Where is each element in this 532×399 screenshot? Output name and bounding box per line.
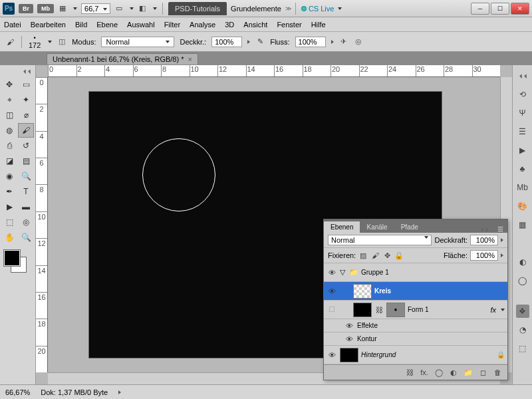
brush-tool-icon[interactable]: 🖌: [5, 37, 15, 47]
tab-kanaele[interactable]: Kanäle: [360, 221, 394, 233]
pen-tool[interactable]: ✒: [1, 184, 17, 199]
fill-field[interactable]: 100%: [470, 250, 498, 261]
layers-icon[interactable]: ❖: [516, 305, 529, 318]
masks-icon[interactable]: ◯: [516, 274, 529, 287]
more-workspaces-icon[interactable]: ≫: [285, 5, 290, 12]
swatches-icon[interactable]: ▦: [516, 218, 529, 231]
document-tab[interactable]: Unbenannt-1 bei 66,7% (Kreis, RGB/8) * ×: [47, 53, 198, 65]
menu-filter[interactable]: Filter: [164, 21, 180, 29]
3d-tool[interactable]: ⬚: [1, 215, 17, 229]
brush-preview[interactable]: •172: [29, 35, 41, 49]
lock-transparency-icon[interactable]: ▨: [358, 251, 368, 260]
tablet-size-icon[interactable]: ◎: [354, 37, 363, 47]
airbrush-icon[interactable]: ✈: [339, 37, 348, 47]
paths-icon[interactable]: ⬚: [516, 342, 529, 355]
doc-size-status[interactable]: Dok: 1,37 MB/0 Byte: [41, 388, 108, 396]
play-icon[interactable]: ▶: [516, 144, 529, 157]
collapse-toolbox-icon[interactable]: ⏴⏴: [1, 68, 34, 77]
blur-tool[interactable]: ◉: [1, 169, 17, 184]
scrub-icon[interactable]: [501, 253, 503, 257]
shape-tool[interactable]: ▬: [18, 200, 34, 214]
foreground-color[interactable]: [4, 250, 20, 266]
tab-ebenen[interactable]: Ebenen: [324, 221, 360, 233]
link-icon[interactable]: ⛓: [374, 305, 384, 315]
layer-mask-icon[interactable]: ◯: [434, 368, 444, 377]
expand-dock-icon[interactable]: ⏴⏴: [516, 69, 529, 82]
delete-layer-icon[interactable]: 🗑: [493, 368, 502, 377]
status-menu-icon[interactable]: [118, 390, 121, 394]
layer-background[interactable]: 👁 Hintergrund 🔒: [324, 346, 507, 364]
dodge-tool[interactable]: 🔍: [18, 169, 34, 184]
hand-tool[interactable]: ✋: [1, 230, 17, 245]
history-icon[interactable]: ⟲: [516, 88, 529, 101]
tablet-opacity-icon[interactable]: ✎: [255, 37, 265, 47]
zoom-level-field[interactable]: 66,7: [81, 3, 110, 14]
menu-3d[interactable]: 3D: [225, 21, 234, 29]
chevron-down-icon[interactable]: [73, 7, 77, 10]
effects-row[interactable]: 👁 Effekte: [324, 319, 507, 332]
arrange-icon[interactable]: ▦: [58, 4, 67, 13]
marquee-tool[interactable]: ▭: [18, 77, 34, 92]
lock-all-icon[interactable]: 🔒: [394, 251, 404, 260]
zoom-tool[interactable]: 🔍: [18, 230, 34, 245]
3d-camera-tool[interactable]: ◎: [18, 215, 34, 229]
visibility-icon[interactable]: ☐: [327, 305, 337, 314]
history-brush-tool[interactable]: ↺: [18, 138, 34, 153]
eyedropper-tool[interactable]: ⌀: [18, 108, 34, 122]
adjustments-icon[interactable]: ◐: [516, 255, 529, 269]
color-swatches[interactable]: [1, 250, 28, 277]
mb-icon[interactable]: Mb: [516, 181, 529, 194]
panel-menu-icon[interactable]: ☰: [493, 225, 507, 233]
opacity-field[interactable]: 100%: [211, 37, 242, 47]
healing-tool[interactable]: ◍: [1, 123, 17, 138]
visibility-icon[interactable]: 👁: [327, 351, 337, 359]
workspace-tab-active[interactable]: PSD-Tutorials: [168, 2, 227, 15]
stamp-tool[interactable]: ⎙: [1, 138, 17, 153]
workspace-tab[interactable]: Grundelemente: [231, 5, 281, 13]
tab-pfade[interactable]: Pfade: [394, 221, 425, 233]
mask-thumb[interactable]: ●: [386, 303, 405, 317]
adjustment-layer-icon[interactable]: ◐: [449, 368, 458, 377]
actions-icon[interactable]: ☰: [516, 125, 529, 138]
layer-thumb[interactable]: [340, 348, 358, 362]
flow-field[interactable]: 100%: [295, 37, 326, 47]
layer-group[interactable]: 👁 ▽ 📁 Gruppe 1: [324, 263, 507, 282]
layer-opacity-field[interactable]: 100%: [470, 235, 498, 245]
layer-form1[interactable]: ☐ ⛓ ● Form 1 fx: [324, 301, 507, 319]
collapse-panel-icon[interactable]: ⏵⏵: [476, 226, 493, 233]
channels-icon[interactable]: ◔: [516, 323, 529, 336]
move-tool[interactable]: ✥: [1, 77, 17, 92]
info-icon[interactable]: ♣: [516, 162, 529, 176]
extras-icon[interactable]: ◧: [138, 4, 147, 13]
crop-tool[interactable]: ◫: [1, 108, 17, 122]
new-group-icon[interactable]: 📁: [464, 368, 473, 377]
menu-auswahl[interactable]: Auswahl: [127, 21, 155, 29]
path-select-tool[interactable]: ▶: [1, 200, 17, 214]
layer-blend-select[interactable]: Normal: [328, 235, 432, 245]
gradient-tool[interactable]: ▤: [18, 154, 34, 168]
layer-kreis[interactable]: 👁 Kreis: [324, 282, 507, 301]
magic-wand-tool[interactable]: ✦: [18, 92, 34, 107]
scrub-icon[interactable]: [247, 40, 250, 44]
visibility-icon[interactable]: 👁: [344, 322, 354, 330]
scrub-icon[interactable]: [331, 40, 334, 44]
chevron-down-icon[interactable]: [130, 7, 134, 10]
lasso-tool[interactable]: ⌖: [1, 92, 17, 107]
menu-ebene[interactable]: Ebene: [96, 21, 118, 29]
menu-hilfe[interactable]: Hilfe: [311, 21, 326, 29]
menu-bearbeiten[interactable]: Bearbeiten: [31, 21, 66, 29]
ruler-horizontal[interactable]: 024681012141618202224262830: [48, 65, 500, 77]
minibridge-button[interactable]: Mb: [37, 4, 54, 13]
fx-badge[interactable]: fx: [490, 306, 496, 314]
maximize-button[interactable]: ☐: [491, 3, 509, 15]
brush-panel-icon[interactable]: ◫: [57, 37, 66, 47]
layer-thumb[interactable]: [353, 284, 372, 299]
chevron-down-icon[interactable]: [153, 7, 157, 10]
layers-panel[interactable]: Ebenen Kanäle Pfade ⏵⏵ ☰ Normal Deckkraf…: [323, 219, 508, 380]
screen-mode-icon[interactable]: ▭: [114, 4, 124, 13]
color-icon[interactable]: 🎨: [516, 200, 529, 213]
menu-datei[interactable]: Datei: [4, 21, 21, 29]
menu-fenster[interactable]: Fenster: [277, 21, 301, 29]
cs-live-button[interactable]: CS Live: [301, 5, 342, 13]
menu-ansicht[interactable]: Ansicht: [243, 21, 267, 29]
